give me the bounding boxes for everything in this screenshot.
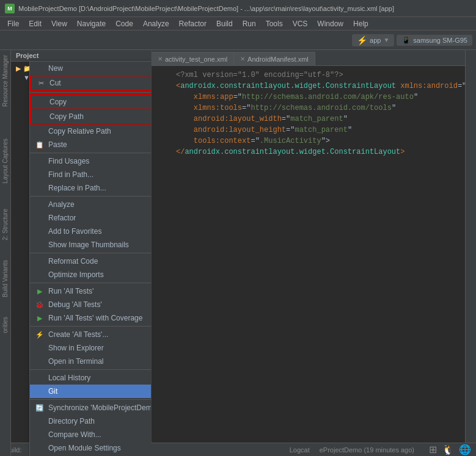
compare-icon — [35, 430, 45, 440]
app-label: app — [370, 37, 381, 44]
menu-build[interactable]: Build — [211, 18, 238, 29]
ctx-copy-relative-path[interactable]: Copy Relative Path Ctrl+Alt+Shift+C — [30, 125, 152, 138]
resource-manager-tab[interactable]: Resource Manager — [1, 52, 10, 109]
menu-file[interactable]: File — [2, 18, 24, 29]
ctx-find-usages[interactable]: Find Usages Alt+F7 — [30, 154, 152, 168]
logcat-label[interactable]: Logcat — [290, 446, 310, 454]
ctx-reformat[interactable]: Reformat Code Ctrl+Alt+L — [30, 255, 152, 268]
paste-icon: 📋 — [35, 140, 45, 150]
right-panel — [465, 50, 476, 443]
menu-analyze[interactable]: Analyze — [138, 18, 174, 29]
ctx-show-thumbnails[interactable]: Show Image Thumbnails Ctrl+Shift+T — [30, 238, 152, 252]
ctx-replace-in-path[interactable]: Replace in Path... Ctrl+Shift+R — [30, 181, 152, 195]
ctx-synchronize[interactable]: 🔄 Synchronize 'MobileProjectDemo' — [30, 401, 152, 414]
new-icon — [35, 63, 45, 73]
ctx-open-terminal[interactable]: Open in Terminal — [30, 355, 152, 368]
module-settings-icon — [35, 443, 45, 453]
code-line-5: android:layout_width="match_parent" — [155, 114, 472, 125]
separator-2 — [30, 153, 152, 153]
menu-bar: File Edit View Navigate Code Analyze Ref… — [0, 17, 476, 31]
code-line-4: xlmns:tools="http://schemas.android.com/… — [155, 103, 472, 114]
menu-navigate[interactable]: Navigate — [72, 18, 111, 29]
ctx-show-explorer[interactable]: Show in Explorer — [30, 341, 152, 355]
ctx-run-all-tests[interactable]: ▶ Run 'All Tests' — [30, 284, 152, 298]
menu-tools[interactable]: Tools — [261, 18, 288, 29]
menu-window[interactable]: Window — [312, 18, 348, 29]
ctx-new[interactable]: New ▶ — [30, 62, 152, 75]
code-line-3: xlmns:app="http://schemas.android.com/ap… — [155, 92, 472, 103]
title-bar: M MobileProjectDemo [D:\AndroidProject\M… — [0, 0, 476, 17]
tab-android-manifest[interactable]: ✕ AndroidManifest.xml — [234, 52, 315, 65]
dir-path-icon — [35, 416, 45, 426]
favorites-tab[interactable]: orities — [1, 314, 10, 336]
menu-code[interactable]: Code — [111, 18, 138, 29]
replace-icon — [35, 183, 45, 193]
find-icon — [35, 156, 45, 166]
ctx-find-in-path[interactable]: Find in Path... Ctrl+Shift+F — [30, 168, 152, 181]
analyze-icon — [35, 200, 45, 209]
build-variants-tab[interactable]: Build Variants — [1, 258, 10, 300]
app-selector[interactable]: ⚡ app ▼ — [352, 34, 394, 46]
run-coverage-icon: ▶ — [35, 313, 45, 323]
panel-header: Project — [11, 50, 151, 62]
local-history-icon — [35, 373, 45, 383]
menu-view[interactable]: View — [46, 18, 72, 29]
menu-vcs[interactable]: VCS — [288, 18, 313, 29]
editor-area: ✕ activity_test_one.xml ✕ AndroidManifes… — [152, 50, 476, 456]
main-layout: Resource Manager Layout Captures 2: Stru… — [0, 50, 476, 456]
device-selector[interactable]: 📱 samsung SM-G95 — [397, 35, 472, 46]
reformat-icon — [35, 256, 45, 266]
copy-relative-icon — [35, 126, 45, 136]
sync-icon: 🔄 — [35, 403, 45, 413]
ctx-run-coverage[interactable]: ▶ Run 'All Tests' with Coverage — [30, 311, 152, 325]
favorites-icon — [35, 226, 45, 236]
title-text: MobileProjectDemo [D:\AndroidProject\Mob… — [18, 5, 394, 12]
ctx-compare-with[interactable]: Compare With... Ctrl+D — [30, 428, 152, 441]
ctx-copy-path[interactable]: Copy Path Ctrl+Shift+C — [30, 110, 152, 125]
tab-activity-test[interactable]: ✕ activity_test_one.xml — [152, 52, 234, 65]
ctx-create-tests[interactable]: ⚡ Create 'All Tests'... — [30, 328, 152, 341]
cut-icon: ✂ — [36, 78, 46, 88]
ctx-optimize-imports[interactable]: Optimize Imports Ctrl+Alt+O — [30, 268, 152, 281]
create-tests-icon: ⚡ — [35, 330, 45, 339]
ctx-add-favorites[interactable]: Add to Favorites ▶ — [30, 225, 152, 238]
ctx-git[interactable]: Git ▶ — [30, 385, 152, 398]
menu-edit[interactable]: Edit — [24, 18, 46, 29]
ctx-copy[interactable]: Copy Ctrl+C — [30, 94, 152, 110]
debug-icon: 🐞 — [35, 300, 45, 309]
ctx-analyze[interactable]: Analyze ▶ — [30, 198, 152, 211]
ctx-paste[interactable]: 📋 Paste Ctrl+V — [30, 138, 152, 151]
taskbar-icon-2[interactable]: 🐧 — [442, 444, 454, 455]
menu-refactor[interactable]: Refactor — [174, 18, 211, 29]
separator-8 — [30, 399, 152, 400]
taskbar-icon-1[interactable]: ⊞ — [429, 444, 437, 455]
device-label: samsung SM-G95 — [413, 37, 467, 44]
menu-help[interactable]: Help — [348, 18, 373, 29]
layout-captures-tab[interactable]: Layout Captures — [1, 136, 10, 186]
ctx-directory-path[interactable]: Directory Path Ctrl+Alt+F12 — [30, 414, 152, 428]
structure-tab[interactable]: 2: Structure — [1, 206, 10, 243]
git-icon — [35, 386, 45, 396]
ctx-local-history[interactable]: Local History ▶ — [30, 371, 152, 385]
explorer-icon — [35, 343, 45, 353]
project-panel: Project ▶ 📁 Pro ▼ M New ▶ — [11, 50, 152, 456]
context-menu-left: New ▶ ✂ Cut Ctrl+X Copy Ctrl+C — [29, 61, 152, 456]
separator-4 — [30, 253, 152, 253]
refactor-icon — [35, 213, 45, 223]
code-line-7: tools:context=".MusicActivity"> — [155, 136, 472, 147]
ctx-refactor[interactable]: Refactor ▶ — [30, 211, 152, 225]
copy-icon — [36, 97, 46, 107]
separator-5 — [30, 283, 152, 283]
separator-6 — [30, 326, 152, 327]
taskbar-icon-3[interactable]: 🌐 — [459, 444, 471, 455]
find-path-icon — [35, 170, 45, 179]
separator-1 — [30, 92, 152, 93]
code-line-6: android:layout_height="match_parent" — [155, 125, 472, 136]
menu-run[interactable]: Run — [238, 18, 261, 29]
ctx-open-module-settings[interactable]: Open Module Settings F4 — [30, 441, 152, 455]
ctx-debug-all-tests[interactable]: 🐞 Debug 'All Tests' — [30, 298, 152, 311]
optimize-icon — [35, 270, 45, 280]
ctx-cut[interactable]: ✂ Cut Ctrl+X — [30, 75, 152, 91]
code-line-9: </androidx.constraintlayout.widget.Const… — [155, 147, 472, 157]
toolbar: ⚡ app ▼ 📱 samsung SM-G95 — [0, 31, 476, 50]
